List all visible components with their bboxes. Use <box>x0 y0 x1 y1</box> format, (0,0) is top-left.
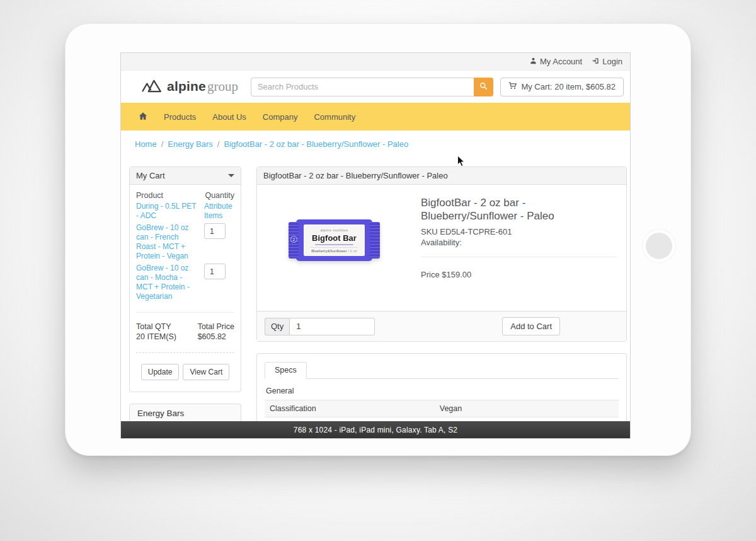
product-image-wrap: 2 alpine nutrition Bigfoot Bar Blueberry… <box>257 185 421 311</box>
breadcrumb-current[interactable]: BigfootBar - 2 oz bar - Blueberry/Sunflo… <box>224 139 408 149</box>
breadcrumb-category[interactable]: Energy Bars <box>168 139 213 149</box>
cart-item-row: GoBrew - 10 oz can - Mocha - MCT + Prote… <box>136 264 234 301</box>
search-input[interactable] <box>251 78 474 96</box>
total-qty-value: 20 ITEM(S) <box>136 332 176 341</box>
resolution-text: 768 x 1024 - iPad, iPad mini, Galaxy. Ta… <box>294 426 457 434</box>
col-product-label: Product <box>136 191 163 200</box>
utility-bar: My Account Login <box>121 53 630 71</box>
total-price: Total Price $605.82 <box>198 322 234 342</box>
mini-cart-column-headers: Product Quantity <box>136 191 234 200</box>
device-screen: My Account Login alpinegroup <box>120 52 631 439</box>
main-nav: Products About Us Company Community <box>121 103 630 131</box>
home-icon <box>139 113 147 122</box>
login-label: Login <box>602 57 622 66</box>
site-header: alpinegroup My Cart: 20 item, $605.82 <box>121 71 630 103</box>
cart-item-link[interactable]: GoBrew - 10 oz can - Mocha - MCT + Prote… <box>136 264 199 301</box>
resolution-statusbar: 768 x 1024 - iPad, iPad mini, Galaxy. Ta… <box>121 421 630 438</box>
main-column: BigfootBar - 2 oz bar - Blueberry/Sunflo… <box>256 166 627 439</box>
bar-product-name: Bigfoot Bar <box>312 233 357 243</box>
nav-products[interactable]: Products <box>164 112 196 122</box>
chevron-down-icon <box>228 174 234 177</box>
mini-cart-panel: My Cart Product Quantity During - 0.5L P… <box>129 166 241 392</box>
divider <box>136 312 234 313</box>
breadcrumb-separator: / <box>161 139 164 149</box>
cart-totals: Total QTY 20 ITEM(S) Total Price $605.82 <box>136 322 234 342</box>
user-icon <box>530 57 537 66</box>
add-to-cart-button[interactable]: Add to Cart <box>502 317 560 335</box>
total-qty-label: Total QTY <box>136 322 171 331</box>
bar-tagline-line <box>315 244 353 245</box>
bar-label-divider <box>311 247 357 248</box>
product-image: 2 alpine nutrition Bigfoot Bar Blueberry… <box>289 219 380 261</box>
product-availability: Availability: <box>421 238 617 247</box>
breadcrumb-home[interactable]: Home <box>135 139 157 149</box>
product-panel-title: BigfootBar - 2 oz bar - Blueberry/Sunflo… <box>263 171 448 180</box>
product-footer: Qty Add to Cart <box>257 311 626 341</box>
product-panel: BigfootBar - 2 oz bar - Blueberry/Sunflo… <box>256 166 627 342</box>
total-qty: Total QTY 20 ITEM(S) <box>136 322 176 342</box>
cart-item-row: GoBrew - 10 oz can - French Roast - MCT … <box>136 223 234 261</box>
sidebar: My Cart Product Quantity During - 0.5L P… <box>129 166 241 439</box>
qty-group: Qty <box>265 318 375 335</box>
nav-company[interactable]: Company <box>263 112 298 122</box>
cart-item-row: During - 0.5L PET - ADC Attribute Items <box>136 202 234 221</box>
breadcrumb-separator: / <box>217 139 220 149</box>
cart-actions: Update View Cart <box>136 364 234 385</box>
brand-suffix: group <box>207 79 238 94</box>
bar-label: alpine nutrition Bigfoot Bar Blueberry&S… <box>304 224 365 256</box>
bar-crimp-right <box>370 222 380 259</box>
brand-name: alpine <box>167 79 206 93</box>
search-button[interactable] <box>474 78 493 96</box>
category-energy-bars[interactable]: Energy Bars <box>129 404 241 423</box>
mini-cart-header[interactable]: My Cart <box>130 167 241 185</box>
spec-label: Classification <box>265 400 435 417</box>
nav-about-us[interactable]: About Us <box>212 112 246 122</box>
search-icon <box>479 82 488 92</box>
price-value: $159.00 <box>442 270 471 279</box>
my-account-label: My Account <box>540 57 582 66</box>
product-info: BigfootBar - 2 oz bar - Blueberry/Sunflo… <box>421 185 626 311</box>
breadcrumb: Home/Energy Bars/BigfootBar - 2 oz bar -… <box>129 139 627 152</box>
page-content: Home/Energy Bars/BigfootBar - 2 oz bar -… <box>121 131 630 439</box>
cart-item-attribute-link[interactable]: Attribute Items <box>204 202 234 221</box>
nav-community[interactable]: Community <box>314 112 355 122</box>
product-sku: SKU ED5L4-TCPRE-601 <box>421 227 617 236</box>
cart-item-qty-cell <box>204 223 234 261</box>
product-title: BigfootBar - 2 oz bar - Blueberry/Sunflo… <box>421 196 617 223</box>
qty-input[interactable] <box>289 318 375 335</box>
bar-flavor-name: Blueberry&Sunflower <box>311 249 346 253</box>
dashed-divider <box>136 352 234 353</box>
mini-cart-title: My Cart <box>136 171 165 180</box>
view-cart-button[interactable]: View Cart <box>183 364 229 380</box>
total-price-label: Total Price <box>198 322 234 331</box>
cart-item-link[interactable]: GoBrew - 10 oz can - French Roast - MCT … <box>136 223 199 261</box>
cart-icon <box>508 81 517 92</box>
brand-logo[interactable]: alpinegroup <box>141 78 238 95</box>
nav-home[interactable] <box>139 112 147 122</box>
cart-item-qty-cell <box>204 264 234 301</box>
cart-item-qty-input[interactable] <box>204 223 226 239</box>
total-price-value: $605.82 <box>198 332 226 341</box>
divider <box>421 257 617 257</box>
specs-tabs: Specs <box>265 361 619 379</box>
specs-section-title: General <box>266 387 619 395</box>
header-cart-button[interactable]: My Cart: 20 item, $605.82 <box>500 78 624 96</box>
qty-label: Qty <box>265 318 289 335</box>
tab-specs[interactable]: Specs <box>265 362 307 379</box>
spec-row: Classification Vegan <box>265 400 619 417</box>
bar-flavor-text: Blueberry&Sunflower / 2 oz <box>311 249 357 253</box>
bar-brand-text: alpine nutrition <box>321 228 348 232</box>
cart-item-qty-input[interactable] <box>204 264 226 279</box>
login-icon <box>592 57 599 66</box>
cart-summary-label: My Cart: 20 item, $605.82 <box>521 82 616 91</box>
mini-cart-body: Product Quantity During - 0.5L PET - ADC… <box>130 185 241 392</box>
tablet-home-button[interactable] <box>643 230 675 262</box>
my-account-link[interactable]: My Account <box>530 57 582 66</box>
bar-badge: 2 <box>290 236 297 243</box>
update-button[interactable]: Update <box>141 364 180 380</box>
product-body: 2 alpine nutrition Bigfoot Bar Blueberry… <box>257 185 626 311</box>
cart-item-link[interactable]: During - 0.5L PET - ADC <box>136 202 199 221</box>
product-panel-header: BigfootBar - 2 oz bar - Blueberry/Sunflo… <box>257 167 626 185</box>
login-link[interactable]: Login <box>592 57 622 66</box>
search-bar <box>251 78 493 96</box>
